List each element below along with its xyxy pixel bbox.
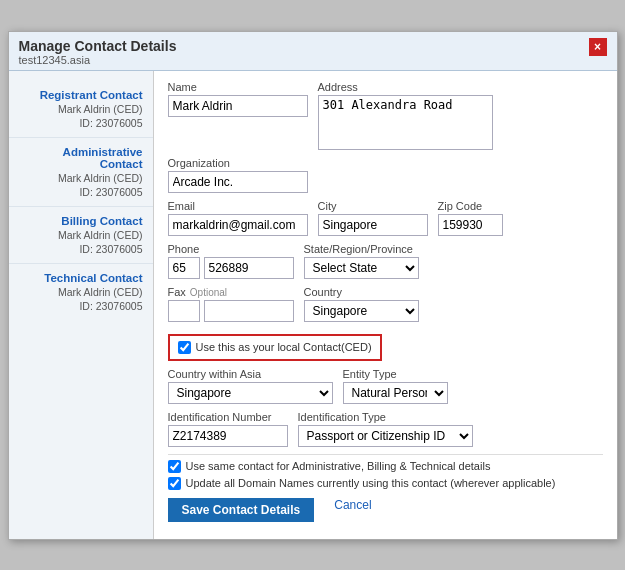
input-fax-number[interactable]: [204, 300, 294, 322]
sidebar-sub-admin-id: ID: 23076005: [19, 186, 143, 198]
sidebar-link-technical[interactable]: Technical Contact: [19, 272, 143, 284]
sidebar-sub-admin-name: Mark Aldrin (CED): [19, 172, 143, 184]
sidebar-section-registrant: Registrant Contact Mark Aldrin (CED) ID:…: [9, 81, 153, 138]
checkbox-update-domains[interactable]: [168, 477, 181, 490]
sidebar-section-admin: Administrative Contact Mark Aldrin (CED)…: [9, 138, 153, 207]
dialog-header: Manage Contact Details test12345.asia ×: [9, 32, 617, 71]
group-country-asia: Country within Asia Singapore: [168, 368, 333, 404]
input-org[interactable]: [168, 171, 308, 193]
label-id-type: Identification Type: [298, 411, 473, 423]
label-id-number: Identification Number: [168, 411, 288, 423]
row-name-address: Name Address 301 Alexandra Road: [168, 81, 603, 150]
sidebar-sub-technical-name: Mark Aldrin (CED): [19, 286, 143, 298]
check-label-2: Update all Domain Names currently using …: [186, 477, 556, 489]
button-row: Save Contact Details Cancel: [168, 498, 603, 522]
group-country: Country Singapore: [304, 286, 419, 322]
label-entity-type: Entity Type: [343, 368, 448, 380]
group-email: Email: [168, 200, 308, 236]
label-country: Country: [304, 286, 419, 298]
row-asia-entity: Country within Asia Singapore Entity Typ…: [168, 368, 603, 404]
input-city[interactable]: [318, 214, 428, 236]
group-name: Name: [168, 81, 308, 117]
group-org: Organization: [168, 157, 308, 193]
ced-container: Use this as your local Contact(CED): [168, 329, 603, 368]
row-id: Identification Number Identification Typ…: [168, 411, 603, 447]
label-state: State/Region/Province: [304, 243, 419, 255]
sidebar-sub-technical-id: ID: 23076005: [19, 300, 143, 312]
label-email: Email: [168, 200, 308, 212]
row-org: Organization: [168, 157, 603, 193]
dialog-title: Manage Contact Details: [19, 38, 177, 54]
sidebar: Registrant Contact Mark Aldrin (CED) ID:…: [9, 71, 154, 539]
select-country[interactable]: Singapore: [304, 300, 419, 322]
dialog-body: Registrant Contact Mark Aldrin (CED) ID:…: [9, 71, 617, 539]
group-phone: Phone: [168, 243, 294, 279]
sidebar-link-registrant[interactable]: Registrant Contact: [19, 89, 143, 101]
phone-inputs: [168, 257, 294, 279]
select-country-asia[interactable]: Singapore: [168, 382, 333, 404]
label-zip: Zip Code: [438, 200, 503, 212]
sidebar-sub-billing-id: ID: 23076005: [19, 243, 143, 255]
input-address[interactable]: 301 Alexandra Road: [318, 95, 493, 150]
close-button[interactable]: ×: [589, 38, 607, 56]
checkbox-same-contact[interactable]: [168, 460, 181, 473]
ced-box: Use this as your local Contact(CED): [168, 334, 382, 361]
cancel-link[interactable]: Cancel: [334, 498, 371, 512]
group-entity-type: Entity Type Natural Person: [343, 368, 448, 404]
group-zip: Zip Code: [438, 200, 503, 236]
input-id-number[interactable]: [168, 425, 288, 447]
group-city: City: [318, 200, 428, 236]
check-label-1: Use same contact for Administrative, Bil…: [186, 460, 491, 472]
label-name: Name: [168, 81, 308, 93]
sidebar-section-technical: Technical Contact Mark Aldrin (CED) ID: …: [9, 264, 153, 320]
label-country-asia: Country within Asia: [168, 368, 333, 380]
input-fax-country[interactable]: [168, 300, 200, 322]
fax-optional-label: Optional: [190, 287, 227, 298]
group-fax: Fax Optional: [168, 286, 294, 322]
sidebar-sub-billing-name: Mark Aldrin (CED): [19, 229, 143, 241]
divider: [168, 454, 603, 455]
input-email[interactable]: [168, 214, 308, 236]
label-org: Organization: [168, 157, 308, 169]
select-id-type[interactable]: Passport or Citizenship ID: [298, 425, 473, 447]
check-row-1: Use same contact for Administrative, Bil…: [168, 460, 603, 473]
sidebar-link-admin[interactable]: Administrative Contact: [19, 146, 143, 170]
ced-checkbox[interactable]: [178, 341, 191, 354]
main-form: Name Address 301 Alexandra Road Organiza…: [154, 71, 617, 539]
row-phone-state: Phone State/Region/Province Select State: [168, 243, 603, 279]
group-id-number: Identification Number: [168, 411, 288, 447]
select-entity-type[interactable]: Natural Person: [343, 382, 448, 404]
label-address: Address: [318, 81, 493, 93]
sidebar-section-billing: Billing Contact Mark Aldrin (CED) ID: 23…: [9, 207, 153, 264]
group-id-type: Identification Type Passport or Citizens…: [298, 411, 473, 447]
label-city: City: [318, 200, 428, 212]
bottom-checks: Use same contact for Administrative, Bil…: [168, 460, 603, 490]
group-state: State/Region/Province Select State: [304, 243, 419, 279]
fax-inputs: [168, 300, 294, 322]
group-address: Address 301 Alexandra Road: [318, 81, 493, 150]
input-phone-number[interactable]: [204, 257, 294, 279]
ced-label: Use this as your local Contact(CED): [196, 341, 372, 353]
sidebar-link-billing[interactable]: Billing Contact: [19, 215, 143, 227]
dialog-subtitle: test12345.asia: [19, 54, 177, 66]
input-name[interactable]: [168, 95, 308, 117]
row-fax-country: Fax Optional Country Singapore: [168, 286, 603, 322]
input-phone-country[interactable]: [168, 257, 200, 279]
label-phone: Phone: [168, 243, 294, 255]
sidebar-sub-registrant-id: ID: 23076005: [19, 117, 143, 129]
label-fax: Fax: [168, 286, 186, 298]
select-state[interactable]: Select State: [304, 257, 419, 279]
row-email-city-zip: Email City Zip Code: [168, 200, 603, 236]
sidebar-sub-registrant-name: Mark Aldrin (CED): [19, 103, 143, 115]
input-zip[interactable]: [438, 214, 503, 236]
check-row-2: Update all Domain Names currently using …: [168, 477, 603, 490]
manage-contact-dialog: Manage Contact Details test12345.asia × …: [8, 31, 618, 540]
save-button[interactable]: Save Contact Details: [168, 498, 315, 522]
